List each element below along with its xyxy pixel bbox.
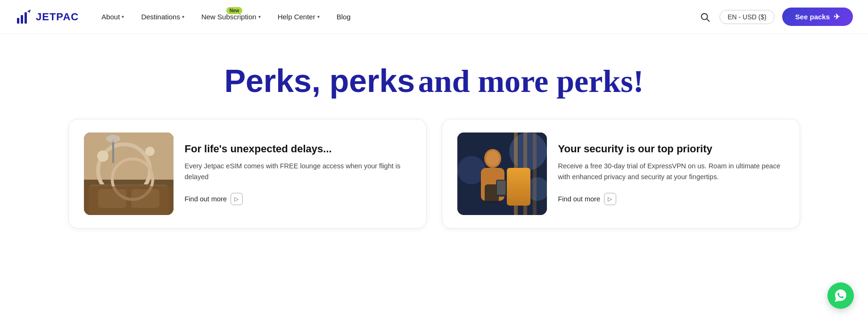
nav-about-label: About bbox=[101, 13, 120, 21]
lounge-find-more-link[interactable]: Find out more ▷ bbox=[185, 193, 411, 205]
cards-row: For life's unexpected delays... Every Je… bbox=[0, 119, 868, 244]
whatsapp-button[interactable] bbox=[827, 282, 854, 309]
lounge-arrow-icon: ▷ bbox=[231, 193, 243, 205]
svg-rect-21 bbox=[523, 133, 527, 215]
svg-point-12 bbox=[97, 150, 108, 162]
hero-section: Perks, perks and more perks! bbox=[0, 34, 868, 119]
security-card-image bbox=[457, 133, 547, 215]
security-svg bbox=[457, 133, 547, 215]
nav-right: EN - USD ($) See packs ✈ bbox=[698, 8, 853, 26]
svg-point-15 bbox=[106, 135, 120, 142]
whatsapp-icon bbox=[833, 288, 848, 303]
security-card-description: Receive a free 30-day trial of ExpressVP… bbox=[558, 161, 785, 182]
subscription-chevron-icon: ▾ bbox=[258, 14, 261, 19]
lounge-card-title: For life's unexpected delays... bbox=[185, 142, 411, 156]
logo-icon bbox=[15, 8, 32, 25]
svg-rect-22 bbox=[533, 133, 537, 215]
destinations-chevron-icon: ▾ bbox=[182, 14, 184, 19]
nav-item-blog[interactable]: Blog bbox=[329, 9, 358, 25]
about-chevron-icon: ▾ bbox=[122, 14, 124, 19]
nav-item-help[interactable]: Help Center ▾ bbox=[270, 9, 327, 25]
svg-rect-9 bbox=[89, 184, 169, 215]
lounge-find-more-label: Find out more bbox=[185, 195, 227, 203]
hero-heading: Perks, perks and more perks! bbox=[9, 62, 859, 100]
svg-rect-20 bbox=[514, 133, 518, 215]
svg-rect-11 bbox=[131, 189, 159, 208]
hero-title-bold: Perks, perks bbox=[224, 63, 415, 99]
security-find-more-label: Find out more bbox=[558, 195, 600, 203]
svg-rect-14 bbox=[112, 140, 114, 163]
svg-line-4 bbox=[707, 19, 709, 21]
security-card: Your security is our top priority Receiv… bbox=[442, 119, 800, 229]
svg-rect-10 bbox=[98, 189, 126, 208]
nav-links: About ▾ Destinations ▾ New New Subscript… bbox=[94, 9, 698, 25]
language-button[interactable]: EN - USD ($) bbox=[719, 10, 774, 24]
search-icon bbox=[700, 12, 710, 22]
svg-rect-1 bbox=[21, 15, 23, 24]
security-find-more-link[interactable]: Find out more ▷ bbox=[558, 193, 785, 205]
lounge-svg bbox=[84, 133, 174, 215]
svg-rect-27 bbox=[497, 181, 505, 195]
new-badge: New bbox=[226, 7, 243, 14]
nav-blog-label: Blog bbox=[337, 13, 351, 21]
svg-rect-2 bbox=[25, 12, 27, 24]
nav-destinations-label: Destinations bbox=[141, 13, 180, 21]
search-button[interactable] bbox=[698, 10, 712, 24]
help-chevron-icon: ▾ bbox=[317, 14, 320, 19]
security-card-title: Your security is our top priority bbox=[558, 142, 785, 156]
nav-item-destinations[interactable]: Destinations ▾ bbox=[133, 9, 192, 25]
security-arrow-icon: ▷ bbox=[604, 193, 616, 205]
svg-point-13 bbox=[145, 147, 155, 156]
nav-item-about[interactable]: About ▾ bbox=[94, 9, 132, 25]
lounge-card-content: For life's unexpected delays... Every Je… bbox=[185, 142, 411, 205]
hero-title-cursive: and more perks! bbox=[418, 63, 644, 99]
lounge-card-image bbox=[84, 133, 174, 215]
svg-rect-0 bbox=[17, 18, 19, 24]
plane-icon: ✈ bbox=[834, 12, 840, 21]
nav-item-subscription[interactable]: New New Subscription ▾ bbox=[194, 9, 268, 25]
lounge-card-description: Every Jetpac eSIM comes with FREE lounge… bbox=[185, 161, 411, 182]
security-card-content: Your security is our top priority Receiv… bbox=[558, 142, 785, 205]
navbar: JETPAC About ▾ Destinations ▾ New New Su… bbox=[0, 0, 868, 34]
svg-point-28 bbox=[486, 151, 499, 166]
nav-help-label: Help Center bbox=[278, 13, 315, 21]
logo-text: JETPAC bbox=[36, 11, 79, 23]
logo-link[interactable]: JETPAC bbox=[15, 8, 79, 25]
see-packs-label: See packs bbox=[795, 13, 830, 21]
see-packs-button[interactable]: See packs ✈ bbox=[782, 8, 853, 26]
lounge-card: For life's unexpected delays... Every Je… bbox=[68, 119, 427, 229]
